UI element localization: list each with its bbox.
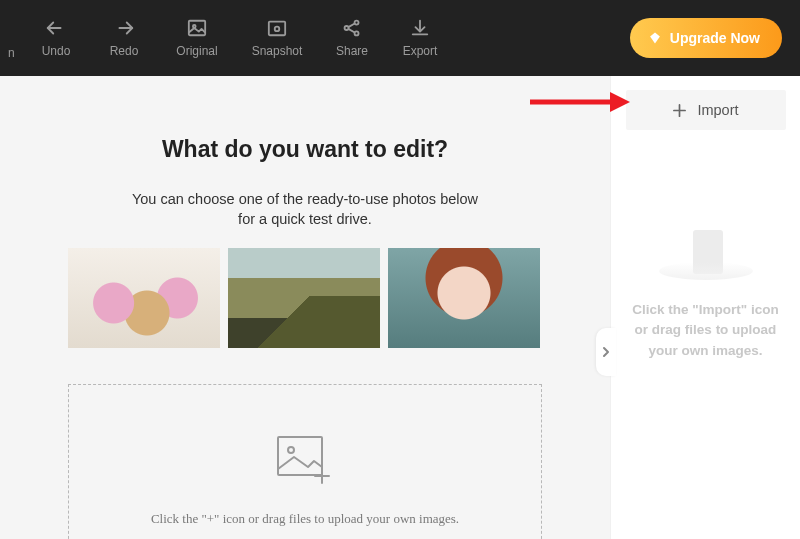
camera-icon xyxy=(266,18,288,38)
dropzone-hint: Click the "+" icon or drag files to uplo… xyxy=(151,511,459,527)
page-subtitle: You can choose one of the ready-to-use p… xyxy=(40,189,570,230)
workspace: What do you want to edit? You can choose… xyxy=(0,76,610,539)
panel-collapse-handle[interactable] xyxy=(596,328,616,376)
image-icon xyxy=(186,18,208,38)
download-icon xyxy=(409,18,431,38)
right-panel: Import Click the "Import" icon or drag f… xyxy=(610,76,800,539)
share-label: Share xyxy=(336,44,368,58)
redo-button[interactable]: Redo xyxy=(90,0,158,76)
svg-rect-0 xyxy=(189,21,205,36)
export-label: Export xyxy=(403,44,438,58)
undo-label: Undo xyxy=(42,44,71,58)
plus-icon xyxy=(672,103,687,118)
svg-point-6 xyxy=(355,31,359,35)
empty-state-hint: Click the "Import" icon or drag files to… xyxy=(611,300,800,361)
share-button[interactable]: Share xyxy=(318,0,386,76)
import-label: Import xyxy=(697,102,738,118)
upgrade-button[interactable]: Upgrade Now xyxy=(630,18,782,58)
sample-row xyxy=(68,248,542,348)
svg-rect-2 xyxy=(269,22,285,36)
page-title: What do you want to edit? xyxy=(40,136,570,163)
cropped-tab-text: n xyxy=(8,0,22,76)
sample-image-portrait[interactable] xyxy=(388,248,540,348)
export-button[interactable]: Export xyxy=(386,0,454,76)
svg-point-4 xyxy=(345,26,349,30)
original-button[interactable]: Original xyxy=(158,0,236,76)
add-image-icon xyxy=(274,433,336,487)
redo-icon xyxy=(113,18,135,38)
snapshot-label: Snapshot xyxy=(252,44,303,58)
diamond-icon xyxy=(648,31,662,45)
original-label: Original xyxy=(176,44,217,58)
sample-image-landscape[interactable] xyxy=(228,248,380,348)
svg-point-3 xyxy=(275,27,280,32)
svg-point-5 xyxy=(355,21,359,25)
svg-point-8 xyxy=(288,447,294,453)
top-toolbar: n Undo Redo Original Snapshot Share Expo… xyxy=(0,0,800,76)
empty-state-illustration xyxy=(651,220,761,290)
upgrade-label: Upgrade Now xyxy=(670,30,760,46)
snapshot-button[interactable]: Snapshot xyxy=(236,0,318,76)
sample-image-donuts[interactable] xyxy=(68,248,220,348)
svg-rect-7 xyxy=(278,437,322,475)
chevron-right-icon xyxy=(602,346,610,358)
upload-dropzone[interactable]: Click the "+" icon or drag files to uplo… xyxy=(68,384,542,539)
import-button[interactable]: Import xyxy=(626,90,786,130)
share-icon xyxy=(341,18,363,38)
undo-button[interactable]: Undo xyxy=(22,0,90,76)
main-area: What do you want to edit? You can choose… xyxy=(0,76,800,539)
redo-label: Redo xyxy=(110,44,139,58)
undo-icon xyxy=(45,18,67,38)
